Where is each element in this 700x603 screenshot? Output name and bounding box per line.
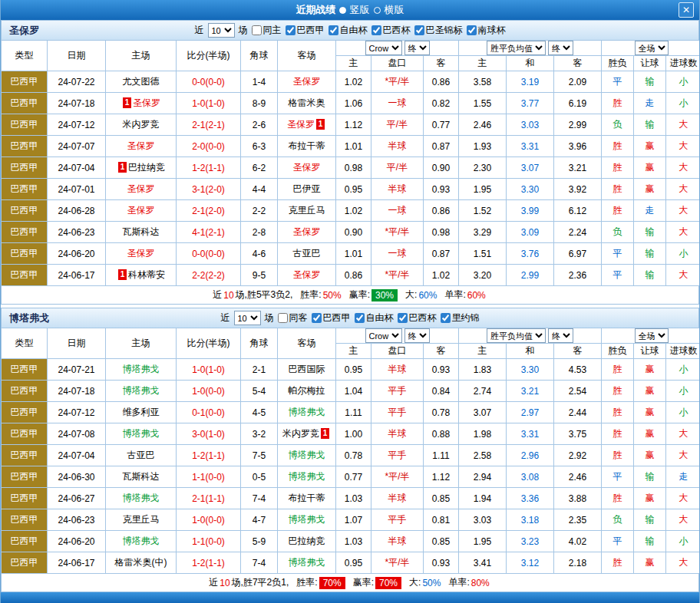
avg-stage-select[interactable]: 终 [548,41,573,55]
home-team-cell: 尤文图德 [106,71,177,93]
match-row: 巴西甲24-07-08博塔弗戈3-0(1-0)3-2米内罗竞11.00半球0.8… [2,423,700,445]
avg-stage-select[interactable]: 终 [548,328,573,343]
same-venue-checkbox[interactable] [278,313,288,323]
scope-select[interactable]: 全场 [635,41,669,55]
match-row: 巴西甲24-06-28圣保罗2-1(2-0)2-2克里丘马1.02一球0.861… [2,200,700,222]
col-odds-home: 主 [336,56,371,71]
league-checkbox[interactable] [286,25,296,35]
same-venue-filter[interactable]: 同客 [278,311,308,325]
match-count-select[interactable]: 10 [208,23,235,38]
same-venue-filter[interactable]: 同主 [252,24,282,37]
avg-home-cell: 1.98 [459,423,507,445]
avg-draw-cell: 3.18 [507,509,554,531]
match-count-select[interactable]: 10 [234,311,261,325]
league-checkbox[interactable] [467,25,477,35]
handicap-cell: 平手 [371,381,424,402]
league-label: 自由杯 [340,24,368,37]
league-label: 巴西杯 [383,24,411,37]
league-cell: 巴西甲 [2,243,48,265]
league-checkbox[interactable] [329,25,338,35]
odds-company-select[interactable]: Crow [365,41,402,55]
league-cell: 巴西甲 [2,222,48,243]
league-cell: 巴西甲 [2,359,48,381]
horizontal-layout-radio[interactable] [374,7,381,14]
league-filter-4[interactable]: 巴圣锦标 [414,24,463,37]
league-filter-5[interactable]: 南球杯 [467,24,506,37]
score-cell: 1-1(0-0) [177,531,241,552]
odds-stage-select[interactable]: 终 [404,41,430,55]
handicap-cell: 半球 [371,531,424,552]
odds-away-cell: 0.86 [424,200,459,222]
handicap-result-cell: 赢 [634,359,666,381]
league-filter-group: 巴西甲自由杯巴西杯巴圣锦标南球杯 [286,24,506,37]
date-cell: 24-06-17 [48,552,106,574]
odds-home-cell: 1.03 [336,531,371,552]
league-cell: 巴西甲 [2,423,48,445]
league-checkbox[interactable] [441,313,451,323]
odds-company-select[interactable]: Crow [365,328,402,343]
avg-type-select[interactable]: 胜平负均值 [487,328,546,343]
odds-home-cell: 0.78 [336,445,371,466]
team-label: 博塔弗戈 [123,364,160,374]
handicap-result-cell: 输 [634,114,666,136]
league-filter-3[interactable]: 巴西杯 [371,24,411,37]
league-filter-2[interactable]: 自由杯 [355,311,394,325]
avg-away-cell: 2.46 [554,466,602,488]
handicap-result-cell: 赢 [634,381,666,402]
league-filter-2[interactable]: 自由杯 [329,24,368,37]
avg-away-cell: 2.54 [554,381,602,402]
home-team-cell: 圣保罗 [106,243,177,265]
league-checkbox[interactable] [355,313,365,323]
goals-result-cell: 小 [666,402,700,423]
score-cell: 1-1(0-0) [177,466,241,488]
summary-stat-value: 70% [319,577,345,589]
same-venue-checkbox[interactable] [252,25,262,35]
score-cell: 2-1(2-1) [177,114,241,136]
col-type: 类型 [2,41,48,71]
date-cell: 24-07-18 [48,381,106,402]
odds-home-cell: 1.02 [336,200,371,222]
team-label: 圣保罗 [287,119,315,130]
league-filter-1[interactable]: 巴西甲 [286,24,325,37]
league-filter-1[interactable]: 巴西甲 [312,311,351,325]
league-checkbox[interactable] [371,25,381,35]
odds-away-cell: 0.93 [424,359,459,381]
col-avg-draw: 和 [507,56,554,71]
avg-away-cell: 6.19 [554,93,602,114]
handicap-cell: 平/半 [371,114,424,136]
close-icon[interactable]: ✕ [679,2,694,18]
league-checkbox[interactable] [398,313,408,323]
league-cell: 巴西甲 [2,381,48,402]
odds-home-cell: 1.00 [336,423,371,445]
avg-draw-cell: 3.19 [507,71,554,93]
avg-home-cell: 3.58 [459,71,507,93]
filter-controls: 近 10 场 同客 巴西甲自由杯巴西杯里约锦 [221,311,480,325]
league-checkbox[interactable] [312,313,322,323]
avg-home-cell: 2.30 [459,157,507,179]
league-checkbox[interactable] [414,25,424,35]
summary-stat-value: 60% [418,290,437,301]
handicap-result-cell: 赢 [634,423,666,445]
corner-cell: 2-8 [241,222,278,243]
handicap-cell: 平手 [371,402,424,423]
league-filter-3[interactable]: 巴西杯 [398,311,437,325]
scope-select[interactable]: 全场 [635,328,669,343]
team-label: 巴拉纳竞 [128,162,165,173]
vertical-layout-radio[interactable] [339,7,346,14]
matches-table: 类型 日期 主场 比分(半场) 角球 客场 Crow 终 胜平负均值 [1,40,700,286]
avg-type-select[interactable]: 胜平负均值 [487,41,546,55]
corner-cell: 2-2 [241,200,278,222]
handicap-result-cell: 走 [634,93,666,114]
handicap-cell: 半球 [371,136,424,157]
team-label: 米内罗竞 [282,428,319,439]
col-odds-home: 主 [336,344,371,359]
league-filter-4[interactable]: 里约锦 [441,311,480,325]
odds-stage-select[interactable]: 终 [404,328,430,343]
team-label: 布拉干蒂 [289,140,325,151]
away-team-cell: 博塔弗戈 [278,445,336,466]
match-row: 巴西甲24-07-181圣保罗1-0(1-0)8-9格雷米奥1.06一球0.82… [2,93,700,114]
match-row: 巴西甲24-07-12维多利亚0-1(0-0)4-5博塔弗戈1.11平手0.78… [2,402,700,423]
team-label: 巴拉纳竞 [289,535,325,546]
odds-away-cell: 0.82 [424,93,459,114]
league-label: 里约锦 [452,311,480,325]
